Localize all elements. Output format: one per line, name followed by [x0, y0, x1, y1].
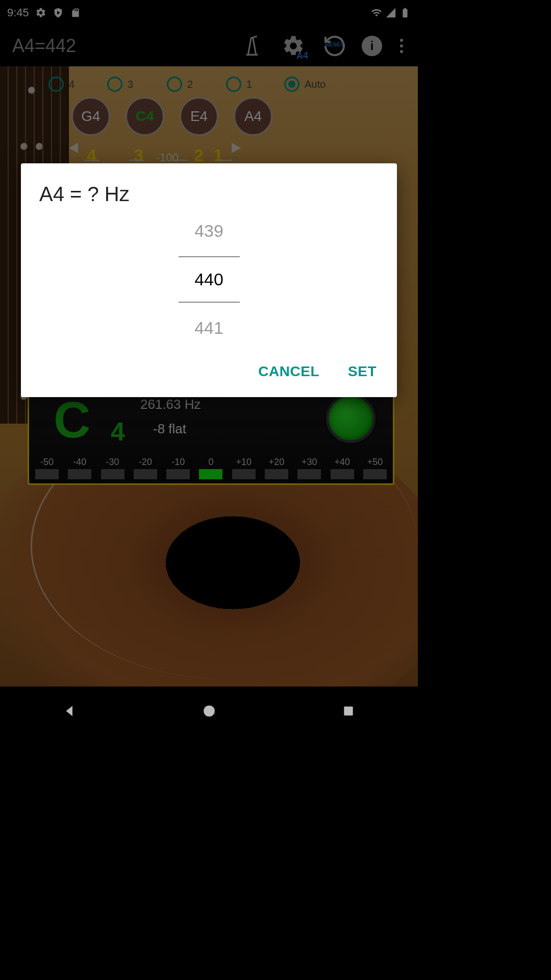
- nav-recent-button[interactable]: [338, 701, 359, 721]
- picker-current[interactable]: 440: [179, 256, 240, 303]
- picker-prev[interactable]: 439: [194, 221, 223, 241]
- a4-frequency-dialog: A4 = ? Hz 439 440 441 CANCEL SET: [21, 163, 397, 397]
- svg-point-0: [204, 705, 215, 717]
- cancel-button[interactable]: CANCEL: [256, 359, 321, 384]
- set-button[interactable]: SET: [346, 359, 379, 384]
- number-picker[interactable]: 439 440 441: [39, 221, 379, 338]
- dialog-title: A4 = ? Hz: [39, 183, 379, 206]
- nav-home-button[interactable]: [199, 701, 219, 721]
- nav-bar: [0, 687, 418, 735]
- svg-rect-1: [344, 706, 353, 715]
- picker-next[interactable]: 441: [194, 318, 223, 338]
- nav-back-button[interactable]: [60, 701, 80, 721]
